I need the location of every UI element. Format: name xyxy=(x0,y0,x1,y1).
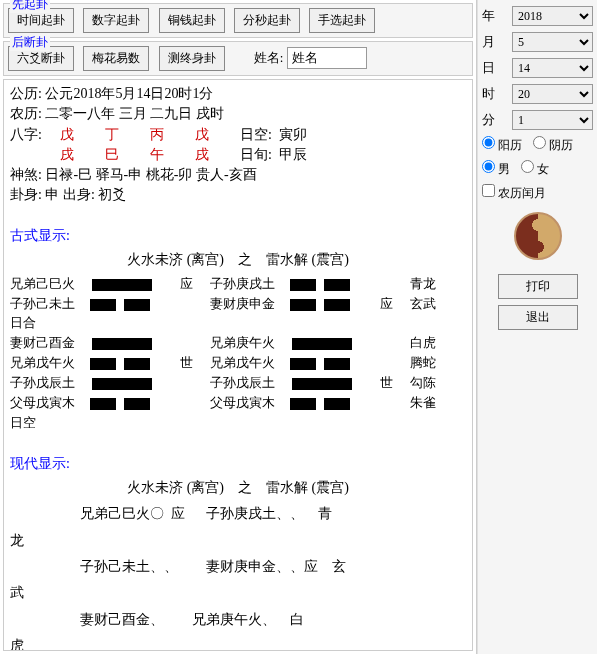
female-radio[interactable]: 女 xyxy=(521,162,549,176)
classic-row: 父母戊寅木父母戊寅木朱雀 xyxy=(10,394,466,413)
modern-rows: 兄弟己巳火〇 应 子孙庚戌土、、 青龙子孙己未土、、 妻财庚申金、、应 玄武妻财… xyxy=(10,504,466,651)
calendar-radios: 阳历 阴历 xyxy=(482,136,593,154)
name-label: 姓名: xyxy=(254,50,284,65)
classic-rows: 兄弟己巳火应子孙庚戌土青龙子孙己未土妻财庚申金应玄武日合妻财己酉金兄弟庚午火白虎… xyxy=(10,275,466,433)
post-title: 后断卦 xyxy=(10,34,50,51)
second-divination-button[interactable]: 分秒起卦 xyxy=(234,8,300,33)
hour-select[interactable]: 20 xyxy=(512,84,593,104)
hour-label: 时 xyxy=(482,85,512,103)
lunar-radio[interactable]: 阴历 xyxy=(533,138,573,152)
exit-button[interactable]: 退出 xyxy=(498,305,578,330)
modern-row: 子孙己未土、、 妻财庚申金、、应 玄武 xyxy=(10,557,466,604)
bazi-top: 八字: 戊 丁 丙 戊 日空: 寅卯 xyxy=(10,125,466,145)
classic-row: 兄弟戊午火世兄弟戊午火腾蛇 xyxy=(10,354,466,373)
post-fieldset: 后断卦 六爻断卦 梅花易数 测终身卦 姓名: xyxy=(3,41,473,76)
coin-divination-button[interactable]: 铜钱起卦 xyxy=(159,8,225,33)
solar-radio[interactable]: 阳历 xyxy=(482,138,522,152)
modern-row: 兄弟己巳火〇 应 子孙庚戌土、、 青龙 xyxy=(10,504,466,551)
result-content[interactable]: 公历: 公元2018年5月14日20时1分 农历: 二零一八年 三月 二九日 戌… xyxy=(3,79,473,651)
shensha-line: 神煞: 日禄-巳 驿马-申 桃花-卯 贵人-亥酉 xyxy=(10,165,466,185)
year-label: 年 xyxy=(482,7,512,25)
classic-row: 子孙戊辰土子孙戊辰土世勾陈 xyxy=(10,374,466,393)
name-input[interactable] xyxy=(287,47,367,69)
pre-title: 先起卦 xyxy=(10,0,50,13)
nongli-line: 农历: 二零一八年 三月 二九日 戌时 xyxy=(10,104,466,124)
minute-select[interactable]: 1 xyxy=(512,110,593,130)
classic-row: 子孙己未土妻财庚申金应玄武 xyxy=(10,295,466,314)
month-select[interactable]: 5 xyxy=(512,32,593,52)
number-divination-button[interactable]: 数字起卦 xyxy=(83,8,149,33)
meihua-button[interactable]: 梅花易数 xyxy=(83,46,149,71)
modern-header: 火水未济 (离宫) 之 雷水解 (震宫) xyxy=(10,478,466,498)
print-button[interactable]: 打印 xyxy=(498,274,578,299)
classic-row: 日合 xyxy=(10,314,466,333)
month-label: 月 xyxy=(482,33,512,51)
sex-radios: 男 女 xyxy=(482,160,593,178)
sidebar: 年2018 月5 日14 时20 分1 阳历 阴历 男 女 农历闰月 打印 退出 xyxy=(477,0,597,654)
classic-header: 火水未济 (离宫) 之 雷水解 (震宫) xyxy=(10,250,466,270)
day-select[interactable]: 14 xyxy=(512,58,593,78)
pre-fieldset: 先起卦 时间起卦 数字起卦 铜钱起卦 分秒起卦 手选起卦 xyxy=(3,3,473,38)
taiji-icon xyxy=(514,212,562,260)
classic-row: 日空 xyxy=(10,414,466,433)
year-select[interactable]: 2018 xyxy=(512,6,593,26)
minute-label: 分 xyxy=(482,111,512,129)
classic-row: 妻财己酉金兄弟庚午火白虎 xyxy=(10,334,466,353)
day-label: 日 xyxy=(482,59,512,77)
lifetime-button[interactable]: 测终身卦 xyxy=(159,46,225,71)
male-radio[interactable]: 男 xyxy=(482,162,510,176)
guashen-line: 卦身: 申 出身: 初爻 xyxy=(10,185,466,205)
manual-divination-button[interactable]: 手选起卦 xyxy=(309,8,375,33)
modern-row: 妻财己酉金、 兄弟庚午火、 白虎 xyxy=(10,610,466,652)
classic-title: 古式显示: xyxy=(10,226,466,246)
bazi-bottom: 戌 巳 午 戌 日旬: 甲辰 xyxy=(10,145,466,165)
gongli-line: 公历: 公元2018年5月14日20时1分 xyxy=(10,84,466,104)
modern-title: 现代显示: xyxy=(10,454,466,474)
leap-checkbox[interactable]: 农历闰月 xyxy=(482,186,546,200)
classic-row: 兄弟己巳火应子孙庚戌土青龙 xyxy=(10,275,466,294)
